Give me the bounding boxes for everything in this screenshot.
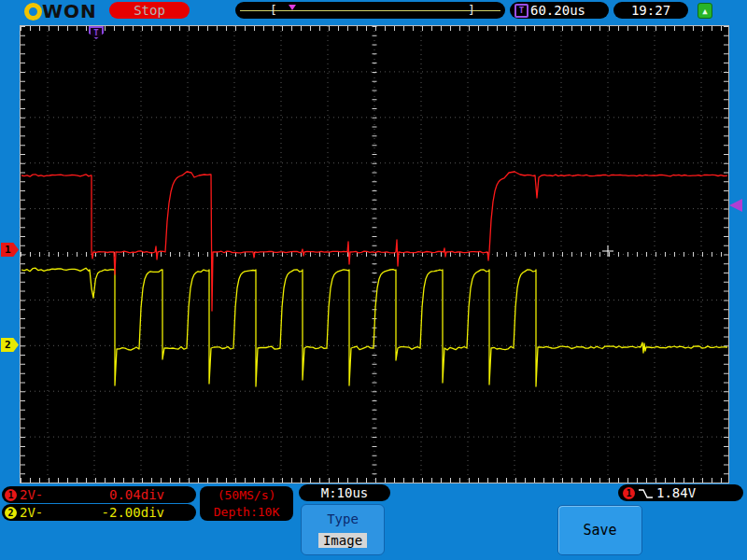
memory-line (240, 10, 500, 11)
ch1-scale: 2V- (20, 487, 43, 502)
menu-type-label: Type (327, 511, 359, 526)
clock-value: 19:27 (631, 3, 670, 18)
save-menu-panel[interactable]: Type Image (301, 504, 385, 555)
logo-text: WON (42, 2, 97, 21)
usb-storage-icon: ▲ (698, 3, 712, 19)
window-bracket-left: [ (270, 3, 277, 18)
memory-trigger-marker-icon (289, 5, 296, 10)
falling-edge-icon (638, 487, 654, 499)
trigger-time-readout: T 60.20us (510, 2, 609, 19)
ch1-badge: 1 (5, 489, 17, 501)
ch1-offset: 0.04div (109, 487, 164, 502)
ch2-ground-marker[interactable]: 2 (1, 338, 19, 352)
menu-type-value[interactable]: Image (318, 533, 367, 548)
ch1-ground-marker[interactable]: 1 (1, 243, 19, 257)
trigger-level-arrow-icon[interactable] (729, 199, 742, 212)
trigger-t-icon: T (514, 4, 529, 18)
oscilloscope-screen: WON Stop [ ] T 60.20us 19:27 ▲ T 1 2 1 2… (0, 0, 747, 560)
logo-ring-icon (24, 3, 42, 21)
save-button[interactable]: Save (557, 505, 642, 555)
stop-label: Stop (134, 3, 165, 18)
sample-rate: (50MS/s) (218, 487, 276, 504)
acquisition-status-badge: Stop (109, 2, 190, 19)
trigger-source-badge: 1 (623, 487, 635, 499)
owon-logo: WON (24, 0, 97, 22)
timebase-readout: M:10us (299, 484, 390, 501)
memory-depth: Depth:10K (214, 504, 279, 521)
memory-window-bar[interactable]: [ ] (235, 2, 505, 19)
acquire-status-box: (50MS/s) Depth:10K (200, 486, 293, 521)
graticule (20, 25, 729, 483)
ch1-status-box: 1 2V- 0.04div (2, 486, 196, 503)
ch2-trace (21, 268, 727, 386)
clock-readout: 19:27 (613, 2, 688, 19)
ch2-scale: 2V- (20, 505, 43, 520)
trigger-level-value: 1.84V (656, 485, 696, 500)
waveform-display (21, 26, 728, 483)
ch2-offset: -2.00div (102, 505, 164, 520)
window-bracket-right: ] (468, 3, 475, 18)
trigger-status-box: 1 1.84V (618, 484, 743, 501)
ch2-badge: 2 (5, 507, 17, 519)
ch2-status-box: 2 2V- -2.00div (2, 504, 196, 521)
trigger-time-value: 60.20us (530, 3, 585, 18)
